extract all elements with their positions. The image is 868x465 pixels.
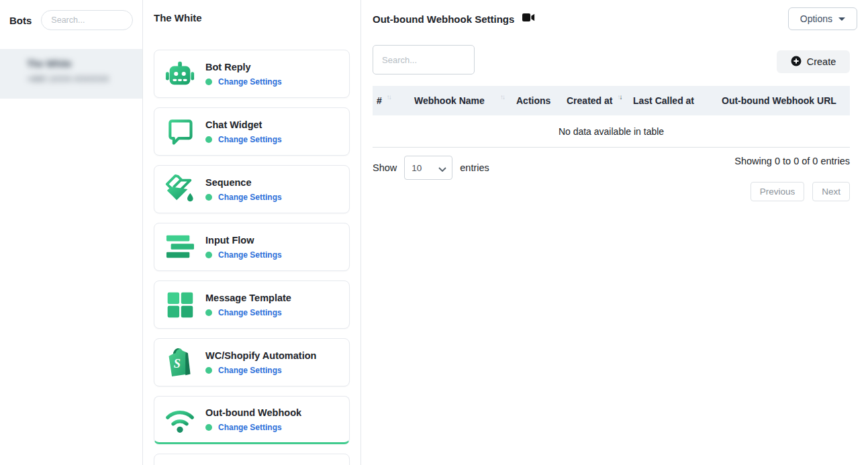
entries-summary: Showing 0 to 0 of 0 entries — [734, 156, 850, 166]
change-settings-link[interactable]: Change Settings — [218, 423, 282, 432]
card-title: WC/Shopify Automation — [205, 350, 316, 361]
create-button[interactable]: Create — [777, 50, 850, 73]
pagination: Previous Next — [751, 182, 850, 201]
change-settings-link[interactable]: Change Settings — [218, 77, 282, 87]
status-dot-icon — [205, 136, 212, 143]
webhooks-table: # ↑↓ Webhook Name ↑↓ Actions Created at … — [373, 86, 850, 148]
status-dot-icon — [205, 424, 212, 431]
create-button-label: Create — [807, 56, 836, 67]
sort-icon[interactable]: ↑↓ — [500, 94, 504, 101]
status-dot-icon — [205, 309, 212, 316]
show-label: Show — [373, 162, 397, 173]
bot-feature-panel: The White — [143, 0, 361, 465]
feature-card-bot-reply[interactable]: Bot Reply Change Settings — [154, 50, 350, 98]
app-root: Bots The White +880 1XXX-XXXXXX The Whit… — [0, 0, 868, 465]
sort-icon[interactable]: ↑↓ — [387, 94, 391, 101]
card-title: Chat Widget — [205, 119, 282, 130]
next-page-button[interactable]: Next — [812, 182, 850, 201]
status-dot-icon — [205, 194, 212, 201]
bot-list-item-selected[interactable]: The White +880 1XXX-XXXXXX — [0, 49, 142, 99]
change-settings-link[interactable]: Change Settings — [218, 250, 282, 260]
status-dot-icon — [205, 367, 212, 374]
bot-name-redacted: The White — [27, 58, 142, 69]
column-header-number[interactable]: # ↑↓ — [373, 95, 410, 106]
card-title: Bot Reply — [205, 62, 282, 72]
page-size-bar: Show 10 entries — [373, 156, 489, 180]
bots-search-input[interactable] — [41, 10, 133, 30]
column-header-last-called-at: Last Called at — [626, 95, 715, 106]
sort-icon-active[interactable]: ↑↓ — [617, 94, 621, 101]
feature-card-chat-widget[interactable]: Chat Widget Change Settings — [154, 107, 350, 156]
chevron-down-icon — [838, 17, 845, 21]
grid-icon — [164, 289, 196, 321]
bots-sidebar: Bots The White +880 1XXX-XXXXXX — [0, 0, 143, 465]
change-settings-link[interactable]: Change Settings — [218, 193, 282, 202]
shopify-bag-icon: S — [164, 346, 196, 378]
feature-card-wc-shopify[interactable]: S WC/Shopify Automation Change Settings — [154, 338, 350, 386]
status-dot-icon — [205, 79, 212, 85]
sidebar-header: Bots — [0, 0, 142, 38]
bot-panel-heading: The White — [154, 12, 202, 23]
options-button-label: Options — [800, 13, 832, 24]
card-title: Message Template — [205, 293, 291, 303]
bot-phone-redacted: +880 1XXX-XXXXXX — [27, 74, 142, 84]
table-empty-message: No data available in table — [373, 115, 850, 148]
change-settings-link[interactable]: Change Settings — [218, 135, 282, 144]
column-header-actions: Actions — [512, 95, 563, 106]
feature-card-list: Bot Reply Change Settings — [154, 50, 350, 465]
feature-card-message-template[interactable]: Message Template Change Settings — [154, 280, 350, 329]
plus-circle-icon — [791, 56, 802, 68]
entries-label: entries — [460, 162, 489, 173]
table-header-row: # ↑↓ Webhook Name ↑↓ Actions Created at … — [373, 86, 850, 115]
card-title: Sequence — [205, 177, 282, 188]
status-dot-icon — [205, 252, 212, 258]
wifi-icon — [164, 403, 196, 435]
page-title: Out-bound Webhook Settings — [373, 13, 514, 25]
svg-text:S: S — [174, 357, 181, 370]
feature-card-input-flow[interactable]: Input Flow Change Settings — [154, 223, 350, 271]
robot-icon — [164, 58, 196, 90]
feature-card-sequence[interactable]: Sequence Change Settings — [154, 165, 350, 213]
feature-card-partial[interactable] — [154, 454, 350, 465]
feature-card-outbound-webhook[interactable]: Out-bound Webhook Change Settings — [154, 396, 350, 444]
paint-bucket-icon — [164, 173, 196, 205]
card-title: Input Flow — [205, 235, 282, 246]
card-title: Out-bound Webhook — [205, 407, 301, 418]
column-header-webhook-name[interactable]: Webhook Name ↑↓ — [410, 95, 512, 106]
page-size-select[interactable]: 10 — [404, 156, 452, 180]
chat-bubble-icon — [164, 115, 196, 148]
column-header-created-at[interactable]: Created at ↑↓ — [563, 95, 626, 106]
webhook-settings-panel: Out-bound Webhook Settings Options — [361, 0, 868, 465]
webhook-search-input[interactable] — [373, 45, 475, 74]
change-settings-link[interactable]: Change Settings — [218, 308, 282, 317]
bars-icon — [164, 231, 196, 263]
column-header-outbound-url: Out-bound Webhook URL — [715, 95, 850, 106]
change-settings-link[interactable]: Change Settings — [218, 366, 282, 375]
previous-page-button[interactable]: Previous — [751, 182, 805, 201]
video-camera-icon — [522, 13, 535, 25]
sidebar-title: Bots — [9, 15, 32, 26]
options-button[interactable]: Options — [788, 7, 857, 30]
